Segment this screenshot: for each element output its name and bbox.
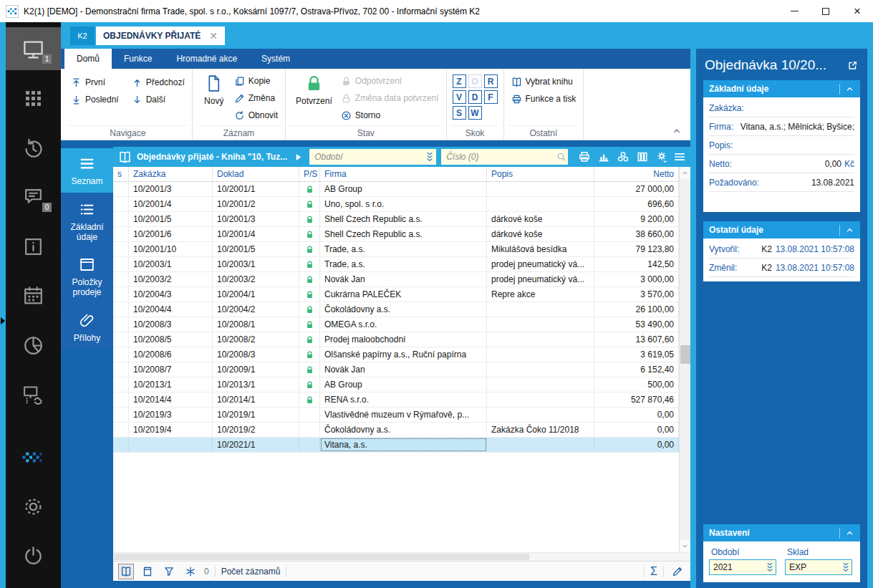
sidebar-item-messages[interactable]: 0 [6, 175, 61, 218]
column-header-P/S[interactable]: P/S [299, 167, 320, 181]
jump-button-V[interactable]: V [453, 90, 466, 104]
table-row[interactable]: 10/2013/110/2013/1AB Group500,00 [113, 377, 679, 392]
ribbon-button-Obnovit[interactable]: Obnovit [231, 107, 281, 124]
ribbon-tab-Domů[interactable]: Domů [64, 49, 112, 69]
view-tab-Základní údaje[interactable]: Základní údaje [61, 194, 113, 249]
panel-expander-arrow[interactable] [1, 317, 5, 324]
panel-splitter[interactable] [690, 49, 696, 588]
table-row[interactable]: 10/2008/610/2008/3Olšanské papírny a.s.,… [113, 347, 679, 362]
vertical-scrollbar[interactable] [679, 167, 690, 552]
jump-button-W[interactable]: W [468, 106, 482, 120]
period-filter-input[interactable]: Období [309, 149, 436, 165]
minimize-button[interactable] [778, 0, 810, 22]
hscroll-thumb[interactable] [114, 554, 529, 560]
print-icon[interactable] [578, 150, 591, 163]
table-row[interactable]: 10/2001/510/2001/3Shell Czech Republic a… [113, 212, 679, 227]
ribbon-tab-Funkce[interactable]: Funkce [112, 49, 164, 69]
sidebar-item-power[interactable] [6, 534, 61, 577]
ribbon-button-Poslední[interactable]: Poslední [68, 91, 122, 108]
close-tab-icon[interactable]: ✕ [209, 31, 218, 41]
card-header[interactable]: Ostatní údaje [703, 221, 860, 238]
search-icon[interactable] [556, 151, 566, 163]
jump-button-F[interactable]: F [484, 90, 498, 104]
sidebar-item-remote-support[interactable] [6, 373, 61, 416]
sidebar-item-modules[interactable] [6, 77, 61, 120]
column-header-s[interactable]: s [113, 167, 129, 181]
dropdown-icon[interactable] [425, 151, 435, 163]
book-select-arrow-icon[interactable] [294, 153, 303, 162]
scroll-down-button[interactable] [680, 540, 691, 552]
new-button[interactable]: Nový [197, 69, 231, 125]
close-button[interactable]: × [841, 0, 873, 22]
jump-button-D[interactable]: D [468, 90, 482, 104]
sidebar-item-history[interactable] [6, 126, 61, 169]
book-view-button[interactable] [118, 564, 134, 579]
table-row[interactable]: 10/2004/310/2004/1Cukrárna PALEČEKRepre … [113, 287, 679, 302]
horizontal-scrollbar[interactable] [113, 552, 690, 561]
tab-k2[interactable]: K2 [70, 26, 95, 45]
jump-button-S[interactable]: S [453, 106, 466, 120]
table-menu-icon[interactable] [673, 150, 686, 163]
sidebar-item-k2-logo[interactable] [6, 435, 61, 478]
sidebar-item-calendar[interactable] [6, 274, 61, 317]
ribbon-button-Funkce a tisk[interactable]: Funkce a tisk [508, 90, 579, 107]
dropdown-icon[interactable] [841, 562, 851, 573]
ribbon-button-Změna[interactable]: Změna [231, 90, 281, 107]
table-row[interactable]: 10/2001/1010/2001/5Trade, a.s.Mikulášová… [113, 242, 679, 257]
field-input-Období[interactable]: 2021 [709, 559, 776, 575]
filter-button[interactable] [161, 564, 177, 579]
table-row[interactable]: 10/2003/110/2003/1Trade, a.s.prodej pneu… [113, 257, 679, 272]
collapse-icon[interactable] [845, 529, 854, 538]
maximize-button[interactable] [810, 0, 841, 22]
table-row[interactable]: 10/2004/410/2004/2Čokoládovny a.s.26 100… [113, 302, 679, 317]
table-row[interactable]: 10/2003/210/2003/2Novák Janprodej pneuma… [113, 272, 679, 287]
ribbon-button-Kopie[interactable]: Kopie [231, 72, 281, 90]
card-view-button[interactable] [140, 564, 155, 579]
view-tab-Přílohy[interactable]: Přílohy [61, 305, 113, 350]
open-in-window-icon[interactable] [847, 59, 859, 72]
ribbon-tab-Hromadné akce[interactable]: Hromadné akce [164, 49, 249, 69]
sum-button[interactable]: Σ [650, 565, 657, 578]
view-tab-Položky prodeje[interactable]: Položky prodeje [61, 249, 113, 304]
card-header[interactable]: Základní údaje [703, 80, 860, 97]
column-header-Doklad[interactable]: Doklad [213, 167, 299, 181]
workflow-icon[interactable] [617, 150, 630, 163]
ribbon-collapse-icon[interactable] [672, 126, 682, 136]
ribbon-tab-Systém[interactable]: Systém [249, 49, 302, 69]
jump-button-Z[interactable]: Z [453, 74, 466, 88]
tab-objednavky-prijate[interactable]: OBJEDNÁVKY PŘIJATÉ ✕ [96, 26, 225, 45]
edit-button[interactable] [670, 564, 685, 579]
table-row[interactable]: 10/2008/710/2009/1Novák Jan6 152,40 [113, 362, 679, 377]
table-row[interactable]: 10/2019/410/2019/2Čokoládovny a.s.Zakázk… [113, 423, 679, 438]
view-tab-Seznam[interactable]: Seznam [61, 148, 113, 193]
chart-icon[interactable] [597, 150, 610, 163]
field-input-Sklad[interactable]: EXP [785, 559, 852, 575]
book-title[interactable]: Objednávky přijaté - Kniha "10, Tuz... [137, 152, 287, 162]
columns-icon[interactable] [636, 150, 649, 163]
table-row[interactable]: 10/2001/410/2001/2Uno, spol. s r.o.696,6… [113, 197, 679, 212]
ribbon-button-Předchozí[interactable]: Předchozí [129, 74, 188, 91]
record-count-label[interactable]: Počet záznamů [221, 567, 281, 577]
book-icon[interactable] [118, 150, 132, 164]
ribbon-button-Další[interactable]: Další [129, 91, 188, 108]
confirm-button[interactable]: Potvrzení [290, 69, 338, 125]
column-header-Popis[interactable]: Popis [487, 167, 594, 181]
column-header-Zakázka[interactable]: Zakázka [129, 167, 213, 181]
sidebar-item-info[interactable] [6, 225, 61, 268]
table-row[interactable]: 10/2019/310/2019/1Vlastivědné muzeum v R… [113, 408, 679, 423]
ribbon-button-První[interactable]: První [68, 74, 122, 91]
star-filter-button[interactable] [183, 564, 198, 579]
column-header-Firma[interactable]: Firma [320, 167, 487, 181]
sidebar-item-desktop[interactable]: 1 [6, 27, 61, 70]
column-header-Netto[interactable]: Netto [594, 167, 679, 181]
sidebar-item-settings[interactable] [6, 485, 61, 528]
dropdown-icon[interactable] [765, 562, 775, 573]
scroll-track[interactable] [680, 179, 691, 540]
table-row[interactable]: 10/2001/310/2001/1AB Group27 000,00 [113, 182, 679, 197]
table-row[interactable]: 10/2008/310/2008/1OMEGA s.r.o.53 490,00 [113, 317, 679, 332]
collapse-icon[interactable] [845, 85, 854, 94]
card-header[interactable]: Nastavení [703, 524, 860, 541]
jump-button-R[interactable]: R [484, 74, 498, 88]
table-row[interactable]: 10/2001/610/2001/4Shell Czech Republic a… [113, 227, 679, 242]
table-row[interactable]: 10/2014/410/2014/1RENA s.r.o.527 870,46 [113, 392, 679, 408]
